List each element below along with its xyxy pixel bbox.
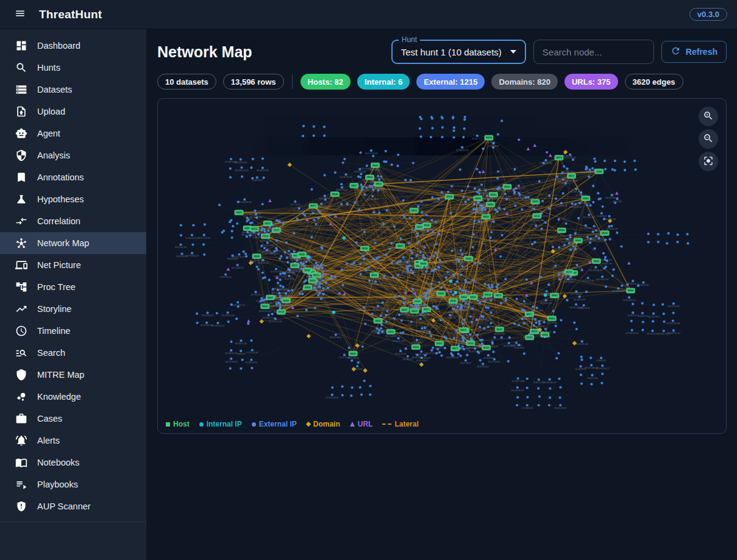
svg-text:192.218.122.102: 192.218.122.102 <box>457 300 471 303</box>
svg-text:88.65.210.112: 88.65.210.112 <box>399 313 410 316</box>
svg-text:104.187.79.38: 104.187.79.38 <box>571 191 583 193</box>
network-graph-panel: WS01WS02WS03WS04WS05WS06WS07WS08WS09WS10… <box>157 98 727 434</box>
svg-text:88.134.217.88: 88.134.217.88 <box>257 169 269 172</box>
sidebar-item-cases[interactable]: Cases <box>0 408 146 430</box>
sidebar-item-playbooks[interactable]: Playbooks <box>0 473 146 495</box>
svg-text:45.39.65.32: 45.39.65.32 <box>419 257 429 260</box>
sidebar-item-mitre-map[interactable]: MITRE Map <box>0 364 146 386</box>
svg-text:203.18.114.30: 203.18.114.30 <box>575 194 587 197</box>
sidebar-item-network-map[interactable]: Network Map <box>0 232 146 254</box>
clock-icon <box>15 324 28 338</box>
svg-text:192.213.217.28: 192.213.217.28 <box>358 252 371 255</box>
sidebar-item-alerts[interactable]: Alerts <box>0 430 146 452</box>
sidebar-item-label: Hunts <box>37 63 60 73</box>
svg-text:88.82.92.96: 88.82.92.96 <box>278 289 288 291</box>
svg-text:88.211.93.30: 88.211.93.30 <box>421 273 432 275</box>
svg-text:203.254.185.248: 203.254.185.248 <box>558 155 572 157</box>
fit-view-button[interactable] <box>699 152 718 171</box>
svg-text:WS21: WS21 <box>375 320 380 322</box>
svg-text:88.62.110.245: 88.62.110.245 <box>296 264 307 267</box>
sidebar-item-label: Search <box>37 348 65 358</box>
zoom-out-button[interactable] <box>699 129 718 149</box>
sidebar-item-hunts[interactable]: Hunts <box>0 57 146 79</box>
svg-text:45.13.123.57: 45.13.123.57 <box>540 336 551 338</box>
legend-label: Lateral <box>394 420 418 428</box>
svg-text:192.119.239.9: 192.119.239.9 <box>648 316 660 318</box>
sidebar-item-datasets[interactable]: Datasets <box>0 79 146 101</box>
sidebar-item-label: Timeline <box>37 326 70 336</box>
sidebar-item-annotations[interactable]: Annotations <box>0 166 146 188</box>
svg-text:45.254.33.240: 45.254.33.240 <box>271 230 283 232</box>
sidebar-item-storyline[interactable]: Storyline <box>0 298 146 320</box>
sidebar-item-agent[interactable]: Agent <box>0 122 146 144</box>
book-icon <box>15 456 28 469</box>
svg-text:192.180.40.47: 192.180.40.47 <box>447 305 460 307</box>
search-node-input[interactable] <box>533 40 654 64</box>
svg-text:88.158.156.197: 88.158.156.197 <box>415 353 428 356</box>
sidebar-item-search[interactable]: Search <box>0 342 146 364</box>
svg-text:10.38.91.187: 10.38.91.187 <box>347 266 358 269</box>
svg-text:203.180.233.65: 203.180.233.65 <box>420 313 433 316</box>
robot-icon <box>15 127 28 140</box>
svg-text:WS32: WS32 <box>305 286 310 289</box>
sidebar-item-net-picture[interactable]: Net Picture <box>0 254 146 276</box>
hunt-select-value: Test hunt 1 (10 datasets) <box>401 47 502 57</box>
svg-text:203.244.253.7: 203.244.253.7 <box>411 305 424 307</box>
sidebar-item-proc-tree[interactable]: Proc Tree <box>0 276 146 298</box>
sidebar-item-timeline[interactable]: Timeline <box>0 320 146 342</box>
svg-text:203.158.71.212: 203.158.71.212 <box>482 141 495 144</box>
svg-text:203.215.133.136: 203.215.133.136 <box>258 302 272 304</box>
sidebar-item-knowledge[interactable]: Knowledge <box>0 386 146 408</box>
svg-text:45.60.118.132: 45.60.118.132 <box>253 236 265 239</box>
svg-text:192.40.53.136: 192.40.53.136 <box>322 289 334 292</box>
sidebar-item-dashboard[interactable]: Dashboard <box>0 35 146 57</box>
manage-search-icon <box>15 346 28 360</box>
svg-text:88.40.181.31: 88.40.181.31 <box>358 258 369 260</box>
security-icon <box>15 149 28 162</box>
svg-text:172.222.6.30: 172.222.6.30 <box>482 298 493 300</box>
svg-text:192.123.156.60: 192.123.156.60 <box>457 342 469 345</box>
svg-text:192.91.110.207: 192.91.110.207 <box>198 237 210 239</box>
svg-text:192.182.25.108: 192.182.25.108 <box>221 314 234 317</box>
svg-text:10.27.163.60: 10.27.163.60 <box>436 297 447 300</box>
sidebar-item-upload[interactable]: Upload <box>0 101 146 122</box>
legend-diamond-glyph <box>305 422 310 427</box>
legend-dot-glyph <box>199 422 204 427</box>
svg-text:88.130.9.206: 88.130.9.206 <box>494 333 505 335</box>
stat-chip-internal-6: Internal: 6 <box>357 74 410 90</box>
svg-text:104.244.235.42: 104.244.235.42 <box>484 239 497 242</box>
svg-text:192.41.195.46: 192.41.195.46 <box>540 162 552 165</box>
sidebar-item-aup-scanner[interactable]: AUP Scanner <box>0 495 146 517</box>
network-graph-canvas[interactable]: WS01WS02WS03WS04WS05WS06WS07WS08WS09WS10… <box>158 99 726 433</box>
sidebar-item-correlation[interactable]: Correlation <box>0 210 146 232</box>
menu-icon[interactable] <box>11 5 29 24</box>
svg-text:172.123.100.117: 172.123.100.117 <box>596 367 610 370</box>
sidebar-item-label: AUP Scanner <box>37 502 91 511</box>
svg-text:172.135.245.51: 172.135.245.51 <box>293 210 305 213</box>
sidebar-item-notebooks[interactable]: Notebooks <box>0 452 146 473</box>
svg-text:104.254.135.246: 104.254.135.246 <box>530 219 544 222</box>
refresh-button[interactable]: Refresh <box>661 41 727 63</box>
svg-text:172.130.214.1: 172.130.214.1 <box>419 330 431 332</box>
sidebar-item-analysis[interactable]: Analysis <box>0 144 146 166</box>
hunt-select[interactable]: Hunt Test hunt 1 (10 datasets) <box>391 40 526 64</box>
sidebar-item-hypotheses[interactable]: Hypotheses <box>0 188 146 210</box>
svg-text:172.173.52.104: 172.173.52.104 <box>480 221 493 223</box>
svg-text:203.9.191.5: 203.9.191.5 <box>269 253 279 255</box>
svg-text:10.122.116.82: 10.122.116.82 <box>249 232 260 235</box>
svg-text:203.17.103.69: 203.17.103.69 <box>249 213 262 215</box>
svg-text:192.97.201.71: 192.97.201.71 <box>436 194 448 196</box>
svg-text:WS42: WS42 <box>438 292 444 295</box>
svg-text:104.89.77.193: 104.89.77.193 <box>568 248 580 250</box>
legend-triangle-glyph <box>350 422 355 427</box>
svg-text:10.67.18.110: 10.67.18.110 <box>290 204 301 206</box>
svg-text:WS82: WS82 <box>488 204 493 206</box>
svg-text:192.166.126.43: 192.166.126.43 <box>530 310 543 312</box>
svg-text:88.39.180.63: 88.39.180.63 <box>463 306 474 308</box>
svg-text:10.94.95.24: 10.94.95.24 <box>352 368 362 370</box>
zoom-in-button[interactable] <box>699 107 718 126</box>
svg-text:104.225.74.149: 104.225.74.149 <box>446 356 458 359</box>
sidebar-item-label: Dashboard <box>37 41 80 51</box>
svg-text:104.15.4.245: 104.15.4.245 <box>587 377 598 380</box>
svg-text:192.82.201.48: 192.82.201.48 <box>260 240 272 243</box>
